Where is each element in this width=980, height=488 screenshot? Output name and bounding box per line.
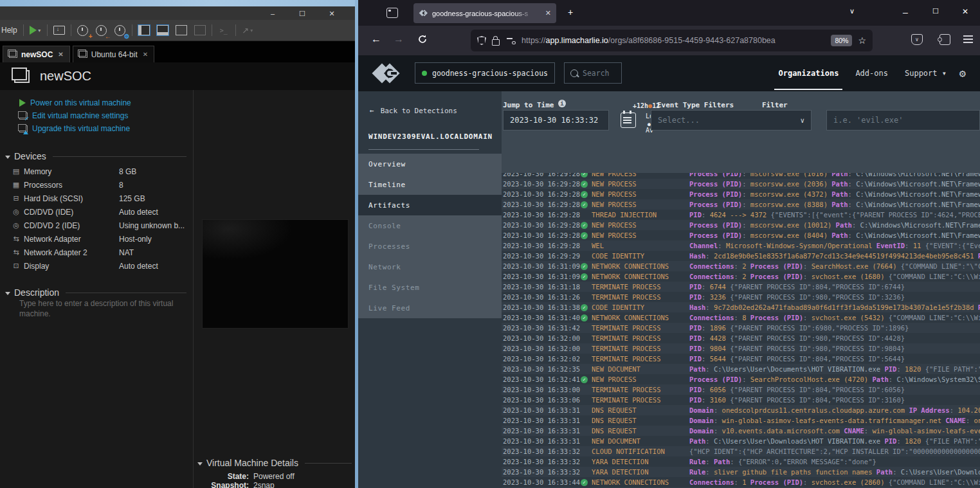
back-to-detections[interactable]: ← Back to Detections	[370, 107, 457, 115]
vm-link-upgrade[interactable]: Upgrade this virtual machine	[19, 122, 131, 135]
hamburger-menu-icon[interactable]	[963, 35, 973, 43]
timeline-row[interactable]: 2023-10-30 16:33:31DNS_REQUESTDomain: on…	[502, 405, 980, 415]
time-shift-fragment[interactable]: +12h●12	[633, 102, 660, 109]
vmware-minimize-button[interactable]: –	[268, 8, 278, 19]
back-button[interactable]: ←	[371, 33, 381, 45]
timeline-row[interactable]: 2023-10-30 16:29:28✓NEW_PROCESSProcess (…	[502, 189, 980, 199]
vm-details-section-header[interactable]: Virtual Machine Details	[197, 458, 352, 468]
timeline-row[interactable]: 2023-10-30 16:31:40✓NETWORK_CONNECTIONSC…	[502, 312, 980, 323]
timeline-row[interactable]: 2023-10-30 16:32:41✓NEW_PROCESSProcess (…	[502, 374, 980, 384]
revert-snapshot-button[interactable]: ←	[95, 24, 109, 37]
sidebar-item-file-system[interactable]: File System	[358, 277, 502, 298]
description-placeholder[interactable]: Type here to enter a description of this…	[19, 298, 186, 319]
timeline-row[interactable]: 2023-10-30 16:33:06TERMINATE_PROCESSPID:…	[502, 395, 980, 405]
gear-icon[interactable]: ⚙	[959, 67, 966, 80]
event-type-filters-select[interactable]: Select...∨	[651, 110, 812, 131]
vmware-titlebar[interactable]: – ☐ ✕	[0, 6, 355, 20]
vm-tab-newsoc[interactable]: newSOC✕	[3, 46, 70, 62]
list-tabs-chevron-icon[interactable]: ∨	[849, 7, 855, 15]
pocket-icon[interactable]: ∨	[911, 34, 923, 45]
device-row[interactable]: ⊟Hard Disk (SCSI)125 GB	[0, 192, 186, 205]
timeline-row[interactable]: 2023-10-30 16:31:38✓CODE_IDENTITYHash: 9…	[502, 302, 980, 312]
show-thumbnail-bar-toggle[interactable]	[156, 24, 170, 37]
sidebar-item-network[interactable]: Network	[358, 257, 502, 277]
vmware-maximize-button[interactable]: ☐	[297, 8, 307, 19]
show-library-toggle[interactable]	[137, 24, 151, 37]
timeline-row[interactable]: 2023-10-30 16:33:32YARA_DETECTIONRule: P…	[502, 456, 980, 467]
new-tab-button[interactable]: +	[568, 7, 573, 17]
timeline-row[interactable]: 2023-10-30 16:31:09✓NETWORK_CONNECTIONSC…	[502, 271, 980, 282]
global-search[interactable]: Search	[564, 62, 622, 84]
close-icon[interactable]: ✕	[58, 51, 63, 58]
close-icon[interactable]: ✕	[143, 51, 148, 58]
timeline-row[interactable]: 2023-10-30 16:33:44✓NETWORK_CONNECTIONSC…	[502, 477, 980, 487]
zoom-level-badge[interactable]: 80%	[831, 35, 852, 46]
device-row[interactable]: ◎CD/DVD 2 (IDE)Using unknown b...	[0, 219, 186, 232]
timeline-row[interactable]: 2023-10-30 16:33:31DNS_REQUESTDomain: wi…	[502, 415, 980, 426]
timeline-row[interactable]: 2023-10-30 16:29:28THREAD_INJECTIONPID: …	[502, 210, 980, 220]
browser-maximize-button[interactable]: ☐	[932, 7, 939, 15]
filter-input[interactable]: i.e. 'evil.exe'	[826, 110, 980, 131]
vm-link-edit-settings[interactable]: Edit virtual machine settings	[19, 109, 131, 122]
vm-tab-ubuntu-64-bit[interactable]: Ubuntu 64-bit✕	[73, 46, 154, 62]
firefox-titlebar[interactable]: goodness-gracious-spacious-s ✕ + ∨ – ☐ ✕	[358, 0, 980, 26]
browser-close-button[interactable]: ✕	[962, 7, 968, 16]
timeline-row[interactable]: 2023-10-30 16:33:32YARA_DETECTIONRule: s…	[502, 467, 980, 477]
timeline-row[interactable]: 2023-10-30 16:32:00TERMINATE_PROCESSPID:…	[502, 343, 980, 354]
device-row[interactable]: ◎CD/DVD (IDE)Auto detect	[0, 205, 186, 219]
timeline-row[interactable]: 2023-10-30 16:33:32CLOUD_NOTIFICATION{"H…	[502, 446, 980, 456]
jump-to-time-input[interactable]: 2023-10-30 16:33:32	[503, 110, 609, 131]
lock-icon[interactable]	[492, 39, 500, 46]
timeline-row[interactable]: 2023-10-30 16:29:29CODE_IDENTITYHash: 2c…	[502, 251, 980, 261]
send-ctrl-alt-del-button[interactable]	[52, 24, 66, 37]
sidebar-item-timeline[interactable]: Timeline	[358, 174, 502, 195]
timeline-row[interactable]: 2023-10-30 16:33:31DNS_REQUESTDomain: v1…	[502, 426, 980, 436]
sidebar-item-overview[interactable]: Overview	[358, 154, 502, 174]
timeline-row[interactable]: 2023-10-30 16:31:42TERMINATE_PROCESSPID:…	[502, 323, 980, 333]
devices-section-header[interactable]: Devices	[5, 151, 186, 161]
menu-help[interactable]: Help	[1, 26, 17, 35]
timeline-row[interactable]: 2023-10-30 16:31:26TERMINATE_PROCESSPID:…	[502, 292, 980, 302]
timeline-row[interactable]: 2023-10-30 16:29:28✓NEW_PROCESSProcess (…	[502, 173, 980, 179]
nav-organizations[interactable]: Organizations	[778, 55, 839, 91]
nav-add-ons[interactable]: Add-ons	[855, 55, 888, 91]
fullscreen-button[interactable]	[174, 24, 188, 37]
device-row[interactable]: ⇆Network Adapter 2NAT	[0, 246, 186, 259]
description-section-header[interactable]: Description	[5, 287, 186, 298]
timeline-row[interactable]: 2023-10-30 16:33:00TERMINATE_PROCESSPID:…	[502, 384, 980, 395]
device-row[interactable]: ▦Processors8	[0, 178, 186, 192]
org-selector[interactable]: goodness-gracious-spacious-sp	[415, 62, 555, 84]
timeline-rows[interactable]: 2023-10-30 16:29:28✓NEW_PROCESSProcess (…	[502, 173, 980, 488]
timeline-row[interactable]: 2023-10-30 16:29:28✓NEW_PROCESSProcess (…	[502, 179, 980, 189]
calendar-icon[interactable]	[621, 113, 636, 128]
browser-minimize-button[interactable]: –	[903, 7, 908, 17]
sidebar-item-console[interactable]: Console	[358, 215, 502, 236]
sidebar-item-artifacts[interactable]: Artifacts	[358, 195, 502, 215]
vm-link-power-on[interactable]: Power on this virtual machine	[19, 96, 131, 109]
device-row[interactable]: ⇆Network AdapterHost-only	[0, 232, 186, 246]
timeline-row[interactable]: 2023-10-30 16:33:31NEW_DOCUMENTPath: C:\…	[502, 436, 980, 446]
timeline-row[interactable]: 2023-10-30 16:31:09✓NETWORK_CONNECTIONSC…	[502, 261, 980, 271]
timeline-row[interactable]: 2023-10-30 16:29:28WELChannel: Microsoft…	[502, 240, 980, 251]
timeline-row[interactable]: 2023-10-30 16:29:28✓NEW_PROCESSProcess (…	[502, 199, 980, 210]
timeline-row[interactable]: 2023-10-30 16:32:35NEW_DOCUMENTPath: C:\…	[502, 364, 980, 374]
sidebar-item-live-feed[interactable]: Live Feed	[358, 298, 502, 318]
timeline-row[interactable]: 2023-10-30 16:32:00TERMINATE_PROCESSPID:…	[502, 333, 980, 343]
permissions-icon[interactable]	[507, 36, 516, 45]
browser-tab[interactable]: goodness-gracious-spacious-s ✕	[413, 3, 556, 23]
bookmark-star-icon[interactable]: ☆	[858, 35, 866, 46]
timeline-row[interactable]: 2023-10-30 16:29:28✓NEW_PROCESSProcess (…	[502, 220, 980, 230]
vmware-close-button[interactable]: ✕	[327, 8, 337, 19]
timeline-row[interactable]: 2023-10-30 16:29:28✓NEW_PROCESSProcess (…	[502, 230, 980, 240]
take-snapshot-button[interactable]: +	[76, 24, 90, 37]
firefox-view-icon[interactable]	[386, 8, 398, 18]
vm-screen-thumbnail[interactable]	[202, 219, 349, 329]
device-row[interactable]: ⊡DisplayAuto detect	[0, 259, 186, 273]
timeline-row[interactable]: 2023-10-30 16:31:18TERMINATE_PROCESSPID:…	[502, 282, 980, 292]
manage-snapshots-button[interactable]: ⚙	[113, 24, 127, 37]
tracking-shield-icon[interactable]	[477, 36, 486, 45]
sidebar-item-processes[interactable]: Processes	[358, 236, 502, 257]
info-icon[interactable]: i	[558, 100, 566, 107]
timeline-row[interactable]: 2023-10-30 16:32:02TERMINATE_PROCESSPID:…	[502, 354, 980, 364]
url-bar[interactable]: https://app.limacharlie.io/orgs/a8f68686…	[471, 30, 873, 51]
